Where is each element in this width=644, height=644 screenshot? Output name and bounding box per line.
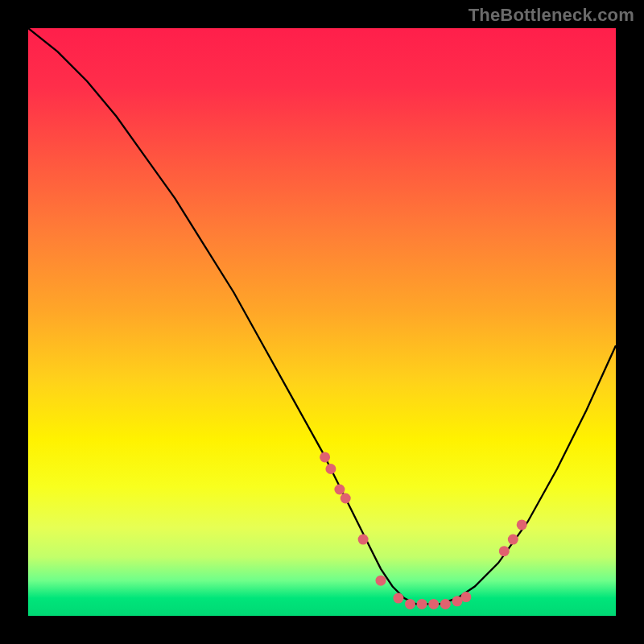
marker-dot	[428, 599, 439, 609]
marker-dot	[341, 493, 351, 504]
bottleneck-curve	[28, 28, 616, 604]
curve-layer	[28, 28, 616, 616]
marker-dot	[460, 592, 471, 602]
watermark-text: TheBottleneck.com	[469, 5, 634, 26]
marker-dot	[517, 519, 527, 530]
marker-dot	[320, 452, 330, 462]
marker-dot	[358, 535, 369, 545]
marker-dot	[325, 464, 336, 474]
plot-area	[28, 28, 616, 616]
marker-dot	[499, 546, 510, 556]
chart-stage: TheBottleneck.com	[0, 0, 644, 644]
marker-dot	[508, 535, 518, 545]
marker-dot	[376, 576, 386, 586]
marker-dot	[440, 599, 451, 609]
marker-dot	[405, 599, 415, 609]
marker-dots-group	[320, 452, 527, 609]
marker-dot	[334, 485, 345, 495]
marker-dot	[417, 599, 427, 609]
marker-dot	[393, 593, 403, 604]
